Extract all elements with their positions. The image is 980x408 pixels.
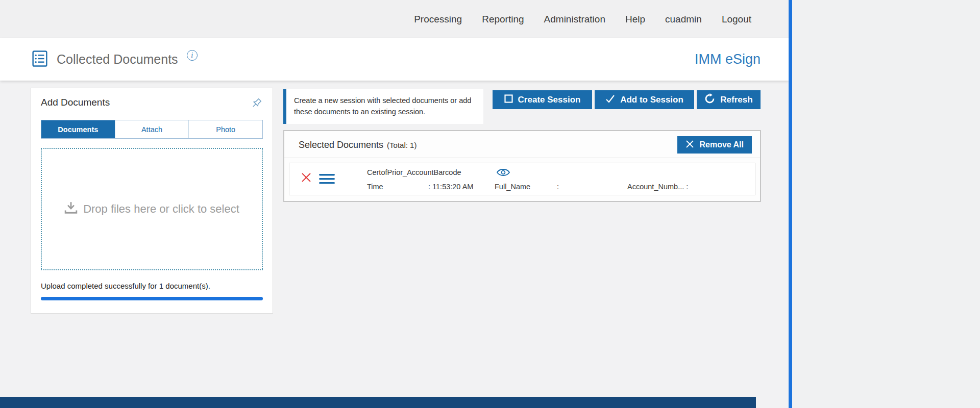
selected-documents-list: CertofPrior_AccountBarcode Time : 11:53:… <box>284 158 760 201</box>
nav-logout[interactable]: Logout <box>722 14 751 25</box>
app-window: Processing Reporting Administration Help… <box>0 0 789 408</box>
footer-bar <box>0 397 756 408</box>
collected-documents-icon <box>32 50 48 69</box>
refresh-label: Refresh <box>720 95 752 105</box>
document-name: CertofPrior_AccountBarcode <box>367 168 461 176</box>
upload-progress-bar <box>41 297 263 300</box>
fullname-value: : <box>557 183 559 191</box>
checkmark-icon <box>605 94 615 106</box>
add-documents-title: Add Documents <box>41 97 110 108</box>
document-row: CertofPrior_AccountBarcode Time : 11:53:… <box>289 163 755 195</box>
selected-documents-total: (Total: 1) <box>387 141 416 149</box>
session-info-message: Create a new session with selected docum… <box>283 89 483 124</box>
add-to-session-label: Add to Session <box>620 95 683 105</box>
tab-documents[interactable]: Documents <box>41 120 115 138</box>
nav-help[interactable]: Help <box>625 14 645 25</box>
add-documents-panel: Add Documents Documents Attach Photo <box>31 88 273 314</box>
pin-icon[interactable] <box>250 97 263 112</box>
nav-processing[interactable]: Processing <box>414 14 462 25</box>
drag-handle-icon[interactable] <box>319 173 335 187</box>
square-icon <box>504 94 513 106</box>
time-value: : 11:53:20 AM <box>428 183 473 191</box>
remove-all-button[interactable]: Remove All <box>677 136 752 154</box>
page-title: Collected Documents <box>57 52 178 67</box>
account-number-label: Account_Numb... : <box>627 183 688 191</box>
refresh-icon <box>704 93 715 107</box>
refresh-button[interactable]: Refresh <box>697 90 761 109</box>
viewport: Processing Reporting Administration Help… <box>0 0 980 408</box>
selected-documents-panel: Selected Documents (Total: 1) Remove All <box>283 130 761 202</box>
nav-user-cuadmin[interactable]: cuadmin <box>665 14 702 25</box>
remove-document-icon[interactable] <box>301 172 312 185</box>
tab-attach[interactable]: Attach <box>115 120 189 138</box>
dropzone-label: Drop files here or click to select <box>83 202 239 216</box>
add-documents-tabs: Documents Attach Photo <box>41 120 263 139</box>
info-icon[interactable]: i <box>187 50 198 61</box>
tab-photo[interactable]: Photo <box>188 120 262 138</box>
remove-all-label: Remove All <box>699 140 744 149</box>
nav-reporting[interactable]: Reporting <box>482 14 524 25</box>
upload-status-text: Upload completed successfully for 1 docu… <box>41 282 263 290</box>
add-to-session-button[interactable]: Add to Session <box>595 90 694 109</box>
close-icon <box>685 140 694 150</box>
top-navigation: Processing Reporting Administration Help… <box>0 0 789 38</box>
preview-eye-icon[interactable] <box>496 167 510 180</box>
file-dropzone[interactable]: Drop files here or click to select <box>41 148 263 270</box>
fullname-label: Full_Name <box>495 183 530 191</box>
nav-administration[interactable]: Administration <box>544 14 605 25</box>
page-header: Collected Documents i IMM eSign <box>0 38 789 81</box>
right-edge-accent <box>789 0 792 408</box>
create-session-label: Create Session <box>518 95 581 105</box>
selected-documents-title: Selected Documents <box>299 140 383 150</box>
create-session-button[interactable]: Create Session <box>493 90 592 109</box>
right-gutter <box>792 0 980 408</box>
brand-logo: IMM eSign <box>695 52 761 67</box>
download-icon <box>64 201 78 217</box>
time-label: Time <box>367 183 383 191</box>
